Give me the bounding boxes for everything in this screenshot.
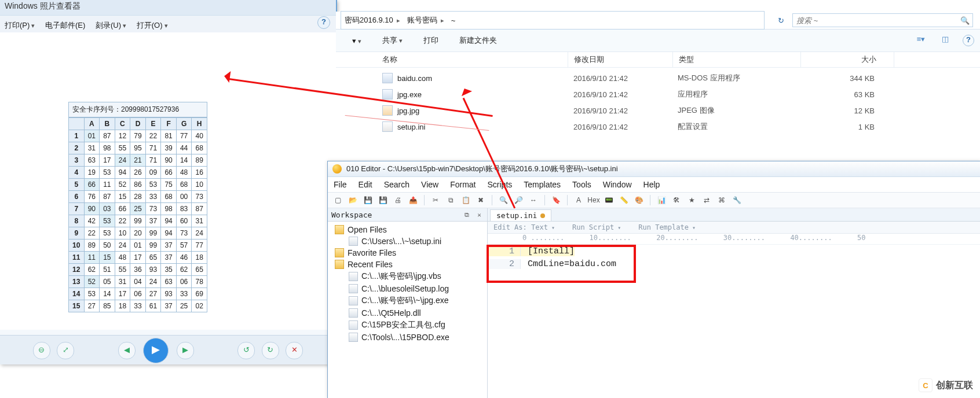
refresh-icon[interactable]: ↻ (769, 16, 792, 25)
zoom-out-icon[interactable]: ⊖ (33, 342, 50, 359)
cell: 22 (84, 227, 100, 239)
menu-file[interactable]: File (334, 180, 347, 189)
list-view-icon[interactable]: ≡▾ (914, 35, 928, 46)
rotate-ccw-icon[interactable]: ↺ (237, 342, 255, 359)
preview-pane-icon[interactable]: ◫ (938, 35, 952, 46)
menu-scripts[interactable]: Scripts (487, 180, 512, 189)
tools-icon[interactable]: 🛠 (670, 194, 683, 207)
hex-Hex-icon[interactable]: Hex (587, 194, 600, 207)
annotation-arrow-head (218, 69, 231, 83)
menu-view[interactable]: View (421, 180, 438, 189)
cell: 62 (176, 264, 192, 276)
watermark: C 创新互联 (919, 378, 973, 392)
print-icon[interactable]: 🖨 (392, 194, 404, 207)
cell: 01 (130, 239, 146, 252)
photo-viewer-controls: ⊖ ⤢ ◀ ▶ ▶ ↺ ↻ ✕ (0, 335, 336, 364)
menu-format[interactable]: Format (450, 180, 476, 189)
col-name-header[interactable]: 名称 (376, 52, 568, 67)
file-icon (382, 89, 393, 100)
col-type-header[interactable]: 类型 (673, 52, 801, 67)
tree-folder[interactable]: Open Files (329, 224, 486, 235)
ruler-icon[interactable]: 📏 (617, 194, 630, 207)
wrench-icon[interactable]: 🔧 (730, 194, 743, 207)
replace-icon[interactable]: ↔ (527, 194, 540, 207)
menu-templates[interactable]: Templates (524, 180, 561, 189)
bookmark-icon[interactable]: 🔖 (550, 194, 562, 207)
delete-icon[interactable]: ✕ (286, 342, 303, 359)
runtemplate-dropdown[interactable]: Run Template (638, 223, 696, 231)
search-input[interactable] (793, 16, 957, 25)
menu-window[interactable]: Window (603, 180, 632, 189)
search-icon[interactable]: 🔍 (957, 16, 972, 25)
paste-icon[interactable]: 📋 (459, 194, 472, 207)
toolbar-share[interactable]: 共享 (382, 35, 403, 46)
file-row[interactable]: jpg.exe2016/9/10 21:42应用程序63 KB (336, 86, 980, 102)
cell: 40 (192, 130, 207, 142)
menu-edit[interactable]: Edit (359, 180, 372, 189)
workspace-panel-buttons[interactable]: ⧉ ✕ (465, 211, 484, 219)
help-icon[interactable]: ? (963, 35, 974, 46)
col-size-header[interactable]: 大小 (801, 52, 894, 67)
chart-icon[interactable]: 📊 (655, 194, 668, 207)
breadcrumb-segment[interactable]: 密码2016.9.10 (341, 12, 404, 29)
tree-file[interactable]: C:\Users\...\~\setup.ini (329, 235, 486, 247)
tree-file[interactable]: C:\15PB安全工具包.cfg (329, 319, 486, 331)
cell: 37 (161, 252, 177, 264)
breadcrumb-segment[interactable]: ~ (448, 12, 463, 29)
help-icon[interactable]: ? (317, 16, 330, 29)
bookmark2-icon[interactable]: ★ (685, 194, 698, 207)
open-icon[interactable]: 📂 (346, 194, 359, 207)
tree-folder[interactable]: Recent Files (329, 259, 486, 270)
calc-icon[interactable]: 📟 (602, 194, 615, 207)
template-icon[interactable]: ⌘ (715, 194, 728, 207)
file-row[interactable]: baidu.com2016/9/10 21:42MS-DOS 应用程序344 K… (336, 70, 980, 86)
tree-file[interactable]: C:\...\Qt5Help.dll (329, 307, 486, 319)
copy-icon[interactable]: ⧉ (444, 194, 457, 207)
menu-help[interactable]: Help (643, 180, 660, 189)
cell: 01 (84, 130, 100, 142)
toolbar-newfolder[interactable]: 新建文件夹 (459, 35, 497, 46)
col-header: E (145, 118, 161, 130)
breadcrumb-segment[interactable]: 账号密码 (404, 12, 448, 29)
row-header: 6 (69, 191, 85, 203)
zoom-fit-icon[interactable]: ⤢ (57, 342, 74, 359)
prev-icon[interactable]: ◀ (118, 342, 136, 359)
new-icon[interactable]: ▢ (331, 194, 344, 207)
toolbar-item[interactable]: ▾ (352, 36, 361, 45)
explorer-addressbar: 密码2016.9.10账号密码~ ↻ 🔍 (336, 12, 980, 30)
tree-label: C:\Users\...\~\setup.ini (361, 237, 441, 246)
menu-tools[interactable]: Tools (572, 180, 591, 189)
cut-icon[interactable]: ✂ (429, 194, 442, 207)
rotate-cw-icon[interactable]: ↻ (262, 342, 279, 359)
editas-dropdown[interactable]: Edit As: Text (493, 223, 555, 231)
save-icon[interactable]: 💾 (361, 194, 374, 207)
toolbar-print[interactable]: 打印 (423, 35, 438, 46)
A-icon[interactable]: A (572, 194, 585, 207)
breadcrumb[interactable]: 密码2016.9.10账号密码~ (341, 11, 765, 30)
tree-label: C:\...\bluesoleilSetup.log (361, 284, 449, 293)
cell: 33 (176, 288, 192, 300)
runscript-dropdown[interactable]: Run Script (572, 223, 621, 231)
toolbar-separator (492, 195, 492, 205)
tree-file[interactable]: C:\...\bluesoleilSetup.log (329, 283, 486, 294)
cell: 68 (192, 142, 207, 154)
tree-file[interactable]: C:\Tools\...\15PBOD.exe (329, 331, 486, 343)
tree-file[interactable]: C:\...\账号密码\~\jpg.exe (329, 294, 486, 307)
tree-folder[interactable]: Favorite Files (329, 247, 486, 259)
next-icon[interactable]: ▶ (177, 342, 194, 359)
delete-icon[interactable]: ✖ (474, 194, 487, 207)
col-date-header[interactable]: 修改日期 (568, 52, 673, 67)
export-icon[interactable]: 📤 (407, 194, 419, 207)
saveall-icon[interactable]: 💾 (376, 194, 389, 207)
explorer-search[interactable]: 🔍 (792, 13, 973, 27)
tab-setup-ini[interactable]: setup.ini (490, 209, 551, 221)
menu-search[interactable]: Search (384, 180, 409, 189)
palette-icon[interactable]: 🎨 (632, 194, 645, 207)
cell: 50 (100, 239, 115, 252)
cell: 65 (192, 264, 207, 276)
tree-file[interactable]: C:\...\账号密码\jpg.vbs (329, 270, 486, 283)
file-row[interactable]: jpg.jpg2016/9/10 21:42JPEG 图像12 KB (336, 102, 980, 119)
compare-icon[interactable]: ⇄ (700, 194, 713, 207)
file-row[interactable]: setup.ini2016/9/10 21:42配置设置1 KB (336, 119, 980, 135)
play-icon[interactable]: ▶ (143, 338, 169, 363)
